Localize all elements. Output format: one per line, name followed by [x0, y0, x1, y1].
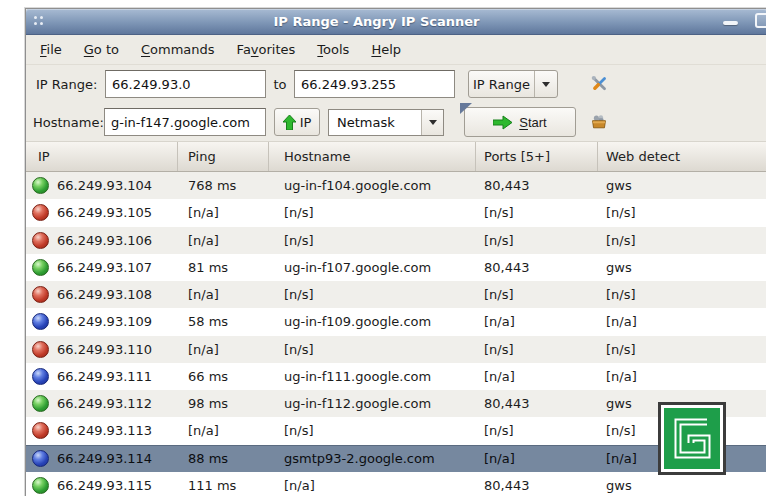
result-rows: 66.249.93.104 768 ms ug-in-f104.google.c… — [26, 172, 766, 496]
ip-cell: 66.249.93.111 — [57, 369, 152, 384]
ip-cell: 66.249.93.106 — [57, 233, 152, 248]
menu-item-tools[interactable]: Tools — [309, 38, 357, 61]
ip-from-input[interactable] — [105, 70, 266, 98]
toolbar-row-2: Hostname: IP Netmask — [26, 103, 766, 142]
g-logo-watermark — [658, 402, 726, 475]
titlebar[interactable]: IP Range - Angry IP Scanner — [26, 9, 766, 35]
status-icon — [32, 204, 49, 221]
status-icon — [32, 422, 49, 439]
hostname-input[interactable] — [104, 108, 266, 136]
menu-item-file[interactable]: File — [32, 38, 70, 61]
angry-ip-scanner-window: IP Range - Angry IP Scanner FileGo toCom… — [25, 8, 766, 496]
start-button[interactable]: Start — [464, 107, 576, 137]
lookup-ip-button[interactable]: IP — [274, 108, 320, 136]
ping-cell: [n/a] — [178, 342, 269, 357]
ip-cell: 66.249.93.109 — [57, 314, 152, 329]
ip-range-label: IP Range: — [36, 77, 105, 92]
ip-cell: 66.249.93.108 — [57, 287, 152, 302]
table-row[interactable]: 66.249.93.104 768 ms ug-in-f104.google.c… — [26, 172, 766, 199]
crossed-tools-icon — [590, 71, 608, 97]
preferences-button[interactable] — [584, 69, 614, 99]
ping-cell: 66 ms — [178, 369, 269, 384]
webdetect-cell: [n/s] — [598, 205, 766, 220]
column-header-ports[interactable]: Ports [5+] — [476, 142, 598, 171]
webdetect-cell: [n/s] — [598, 342, 766, 357]
feeder-selector-value: IP Range — [469, 77, 534, 92]
hostname-cell: [n/s] — [269, 205, 476, 220]
table-row[interactable]: 66.249.93.106 [n/a] [n/s] [n/s] [n/s] — [26, 227, 766, 254]
ping-cell: [n/a] — [178, 233, 269, 248]
ping-cell: 58 ms — [178, 314, 269, 329]
ports-cell: [n/a] — [476, 369, 598, 384]
ping-cell: [n/a] — [178, 287, 269, 302]
ping-cell: 111 ms — [178, 478, 269, 493]
ping-cell: 88 ms — [178, 451, 269, 466]
table-row[interactable]: 66.249.93.114 88 ms gsmtp93-2.google.com… — [26, 445, 766, 472]
webdetect-cell: [n/a] — [598, 369, 766, 384]
ip-to-input[interactable] — [294, 70, 455, 98]
menubar: FileGo toCommandsFavoritesToolsHelp — [26, 35, 766, 65]
toolbox-icon — [590, 108, 608, 136]
menu-item-help[interactable]: Help — [363, 38, 409, 61]
ports-cell: [n/s] — [476, 233, 598, 248]
ping-cell: [n/a] — [178, 205, 269, 220]
ip-cell: 66.249.93.115 — [57, 478, 152, 493]
hostname-cell: ug-in-f111.google.com — [269, 369, 476, 384]
status-icon — [32, 286, 49, 303]
menu-item-go-to[interactable]: Go to — [76, 38, 127, 61]
column-header-hostname[interactable]: Hostname — [269, 142, 476, 171]
ip-cell: 66.249.93.112 — [57, 396, 152, 411]
toolbar-row-1: IP Range: to IP Range — [26, 65, 766, 103]
minimize-button[interactable] — [723, 21, 738, 25]
netmask-value: Netmask — [329, 115, 421, 130]
hostname-cell: [n/s] — [269, 342, 476, 357]
ping-cell: 768 ms — [178, 178, 269, 193]
menu-item-commands[interactable]: Commands — [133, 38, 223, 61]
netmask-combobox[interactable]: Netmask — [328, 109, 444, 136]
fetchers-button[interactable] — [584, 107, 614, 137]
ports-cell: 80,443 — [476, 396, 598, 411]
hostname-cell: ug-in-f104.google.com — [269, 178, 476, 193]
ip-cell: 66.249.93.104 — [57, 178, 152, 193]
ports-cell: [n/a] — [476, 451, 598, 466]
ping-cell: [n/a] — [178, 423, 269, 438]
table-row[interactable]: 66.249.93.109 58 ms ug-in-f109.google.co… — [26, 308, 766, 335]
hostname-cell: [n/s] — [269, 423, 476, 438]
chevron-down-icon — [429, 120, 437, 125]
hostname-cell: [n/s] — [269, 233, 476, 248]
feeder-selector-button[interactable]: IP Range — [468, 70, 558, 98]
ip-cell: 66.249.93.105 — [57, 205, 152, 220]
hostname-label: Hostname: — [33, 115, 104, 130]
webdetect-cell: gws — [598, 478, 766, 493]
webdetect-cell: gws — [598, 178, 766, 193]
table-row[interactable]: 66.249.93.107 81 ms ug-in-f107.google.co… — [26, 254, 766, 281]
column-header-ip[interactable]: IP — [26, 142, 178, 171]
table-row[interactable]: 66.249.93.113 [n/a] [n/s] [n/s] [n/s] — [26, 417, 766, 444]
ports-cell: 80,443 — [476, 178, 598, 193]
start-button-label: Start — [519, 115, 546, 130]
table-row[interactable]: 66.249.93.112 98 ms ug-in-f112.google.co… — [26, 390, 766, 417]
menu-item-favorites[interactable]: Favorites — [229, 38, 304, 61]
column-header-webdetect[interactable]: Web detect — [598, 142, 766, 171]
maximize-button[interactable] — [755, 13, 766, 28]
status-icon — [32, 477, 49, 494]
column-header-ping[interactable]: Ping — [178, 142, 269, 171]
status-icon — [32, 450, 49, 467]
table-row[interactable]: 66.249.93.105 [n/a] [n/s] [n/s] [n/s] — [26, 199, 766, 226]
ports-cell: [n/s] — [476, 423, 598, 438]
table-row[interactable]: 66.249.93.108 [n/a] [n/s] [n/s] [n/s] — [26, 281, 766, 308]
to-label: to — [266, 77, 294, 92]
hostname-cell: [n/a] — [269, 478, 476, 493]
status-icon — [32, 259, 49, 276]
status-icon — [32, 395, 49, 412]
status-icon — [32, 341, 49, 358]
table-row[interactable]: 66.249.93.115 111 ms [n/a] 80,443 gws — [26, 472, 766, 496]
feeder-dropdown-section[interactable] — [534, 71, 557, 97]
table-row[interactable]: 66.249.93.110 [n/a] [n/s] [n/s] [n/s] — [26, 336, 766, 363]
ports-cell: [n/a] — [476, 314, 598, 329]
table-row[interactable]: 66.249.93.111 66 ms ug-in-f111.google.co… — [26, 363, 766, 390]
ports-cell: [n/s] — [476, 342, 598, 357]
netmask-dropdown-button[interactable] — [421, 110, 443, 135]
status-icon — [32, 232, 49, 249]
ping-cell: 81 ms — [178, 260, 269, 275]
